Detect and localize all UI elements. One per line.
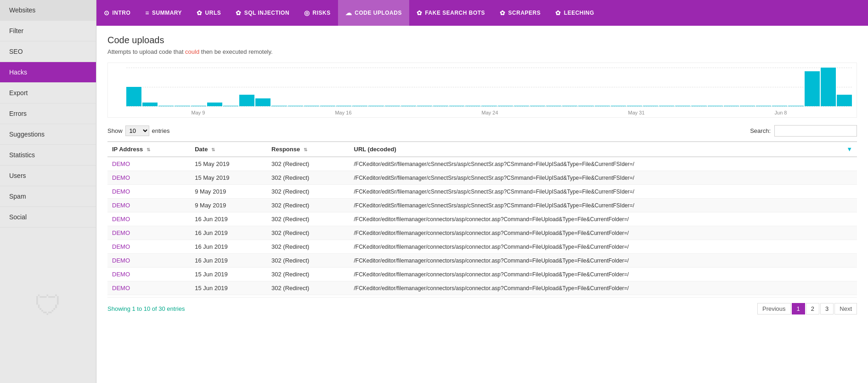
- page-button-3[interactable]: 3: [820, 303, 834, 314]
- search-input[interactable]: [774, 125, 857, 137]
- table-row: DEMO 9 May 2019 302 (Redirect) /FCKedito…: [107, 199, 857, 212]
- ip-link-5[interactable]: DEMO: [112, 229, 130, 236]
- sidebar-item-hacks[interactable]: Hacks: [0, 62, 96, 83]
- search-box: Search:: [750, 125, 857, 137]
- nav-item-fake-search-bots[interactable]: ✿FAKE SEARCH BOTS: [409, 0, 492, 26]
- nav-item-intro[interactable]: ⊙INTRO: [96, 0, 138, 26]
- nav-icon: ✿: [417, 9, 423, 17]
- chart-bar-31: [627, 106, 642, 106]
- sidebar-item-errors[interactable]: Errors: [0, 103, 96, 124]
- nav-item-risks[interactable]: ◎RISKS: [297, 0, 338, 26]
- cell-response-1: 302 (Redirect): [267, 171, 349, 185]
- ip-link-6[interactable]: DEMO: [112, 243, 130, 250]
- col-header-date[interactable]: Date ⇅: [190, 142, 267, 157]
- nav-label: INTRO: [113, 10, 131, 16]
- ip-link-8[interactable]: DEMO: [112, 271, 130, 278]
- search-label: Search:: [750, 127, 771, 134]
- col-header-ip[interactable]: IP Address ⇅: [107, 142, 190, 157]
- chart-bar-41: [788, 106, 803, 106]
- col-header-url[interactable]: URL (decoded) ▼: [349, 142, 857, 157]
- ip-link-4[interactable]: DEMO: [112, 216, 130, 223]
- show-entries-control: Show 10 25 50 100 entries: [107, 126, 170, 136]
- page-button-1[interactable]: 1: [792, 303, 805, 314]
- nav-item-scrapers[interactable]: ✿SCRAPERS: [492, 0, 548, 26]
- chart-bar-6: [223, 106, 238, 106]
- table-row: DEMO 16 Jun 2019 302 (Redirect) /FCKedit…: [107, 226, 857, 240]
- nav-item-code-uploads[interactable]: ☁CODE UPLOADS: [338, 0, 409, 26]
- nav-label: LEECHING: [564, 10, 594, 16]
- cell-ip-5: DEMO: [107, 226, 190, 240]
- top-navigation: ⊙INTRO≡SUMMARY✿URLS✿SQL INJECTION◎RISKS☁…: [96, 0, 868, 26]
- chart-bar-39: [756, 106, 771, 106]
- cell-response-3: 302 (Redirect): [267, 199, 349, 212]
- nav-label: SQL INJECTION: [244, 10, 289, 16]
- sidebar-item-seo[interactable]: SEO: [0, 41, 96, 62]
- cell-url-4: /FCKeditor/editor/filemanager/connectors…: [349, 212, 857, 226]
- chart-bar-35: [691, 106, 706, 106]
- cell-ip-1: DEMO: [107, 171, 190, 185]
- chart-bar-22: [481, 106, 496, 106]
- nav-item-urls[interactable]: ✿URLS: [189, 0, 228, 26]
- cell-url-1: /FCKeditor/editSr/filemanager/cSnnectSrs…: [349, 171, 857, 185]
- sidebar-item-users[interactable]: Users: [0, 166, 96, 186]
- sidebar-item-statistics[interactable]: Statistics: [0, 145, 96, 166]
- sidebar-item-export[interactable]: Export: [0, 83, 96, 103]
- chart-bar-37: [724, 106, 739, 106]
- cell-url-2: /FCKeditor/editSr/filemanager/cSnnectSrs…: [349, 185, 857, 199]
- table-row: DEMO 9 May 2019 302 (Redirect) /FCKedito…: [107, 185, 857, 199]
- chart-bar-3: [175, 106, 190, 106]
- chart-bar-12: [320, 106, 335, 106]
- cell-response-0: 302 (Redirect): [267, 157, 349, 171]
- sidebar-item-social[interactable]: Social: [0, 207, 96, 228]
- ip-link-9[interactable]: DEMO: [112, 285, 130, 292]
- chart-bar-15: [368, 106, 383, 106]
- cell-ip-2: DEMO: [107, 185, 190, 199]
- cell-date-2: 9 May 2019: [190, 185, 267, 199]
- ip-link-2[interactable]: DEMO: [112, 188, 130, 195]
- cell-date-6: 16 Jun 2019: [190, 240, 267, 254]
- table-controls: Show 10 25 50 100 entries Search:: [107, 125, 857, 137]
- sidebar-item-suggestions[interactable]: Suggestions: [0, 124, 96, 145]
- chart-bar-0: [126, 87, 141, 106]
- nav-label: RISKS: [313, 10, 331, 16]
- entries-label: entries: [152, 127, 170, 134]
- cell-ip-0: DEMO: [107, 157, 190, 171]
- cell-date-1: 15 May 2019: [190, 171, 267, 185]
- cell-url-9: /FCKeditor/editor/filemanager/connectors…: [349, 281, 857, 295]
- ip-link-3[interactable]: DEMO: [112, 202, 130, 209]
- previous-button[interactable]: Previous: [757, 303, 791, 314]
- nav-item-summary[interactable]: ≡SUMMARY: [138, 0, 189, 26]
- table-body: DEMO 15 May 2019 302 (Redirect) /FCKedit…: [107, 157, 857, 295]
- ip-link-1[interactable]: DEMO: [112, 174, 130, 181]
- ip-link-0[interactable]: DEMO: [112, 160, 130, 167]
- col-header-response[interactable]: Response ⇅: [267, 142, 349, 157]
- next-button[interactable]: Next: [834, 303, 857, 314]
- nav-item-leeching[interactable]: ✿LEECHING: [548, 0, 602, 26]
- ip-link-7[interactable]: DEMO: [112, 257, 130, 264]
- cell-date-3: 9 May 2019: [190, 199, 267, 212]
- sort-icon-response: ⇅: [304, 147, 307, 152]
- page-subtitle: Attempts to upload code that could then …: [107, 48, 857, 55]
- nav-item-sql-injection[interactable]: ✿SQL INJECTION: [228, 0, 297, 26]
- pagination-info: Showing 1 to 10 of 30 entries: [107, 305, 185, 312]
- cell-date-5: 16 Jun 2019: [190, 226, 267, 240]
- cell-ip-4: DEMO: [107, 212, 190, 226]
- nav-icon: ⊙: [104, 9, 110, 17]
- chart-bar-43: [821, 68, 836, 106]
- chart-bars: [126, 68, 852, 106]
- chart-inner: May 9 May 16 May 24 May 31 Jun 8: [126, 68, 852, 106]
- entries-select[interactable]: 10 25 50 100: [125, 126, 149, 136]
- sidebar-item-websites[interactable]: Websites: [0, 0, 96, 21]
- page-button-2[interactable]: 2: [806, 303, 819, 314]
- chart-bar-38: [740, 106, 755, 106]
- cell-date-7: 16 Jun 2019: [190, 254, 267, 268]
- chart-bar-9: [271, 106, 287, 106]
- chart-bar-7: [239, 95, 254, 106]
- cell-ip-6: DEMO: [107, 240, 190, 254]
- sidebar-item-filter[interactable]: Filter: [0, 21, 96, 41]
- chart-bar-32: [643, 106, 658, 106]
- cell-response-5: 302 (Redirect): [267, 226, 349, 240]
- chart-bar-13: [336, 106, 351, 106]
- cell-ip-7: DEMO: [107, 254, 190, 268]
- sidebar-item-spam[interactable]: Spam: [0, 186, 96, 207]
